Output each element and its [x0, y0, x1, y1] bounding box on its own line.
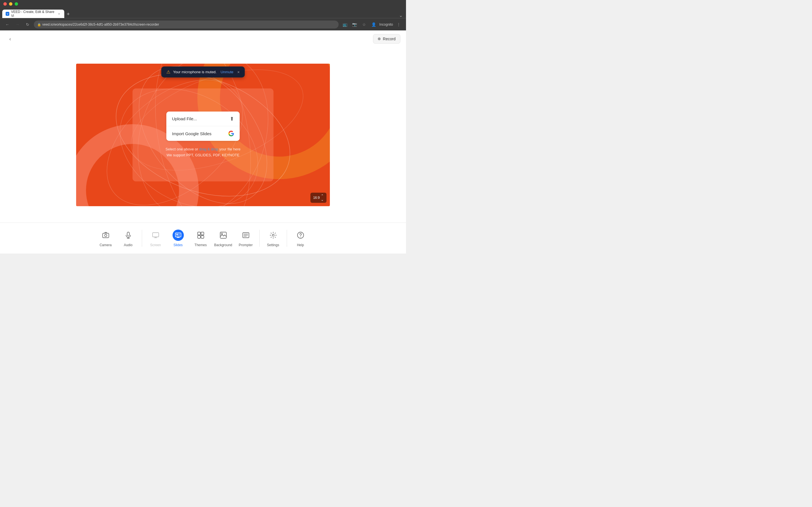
profile-icon[interactable]: 👤: [370, 20, 377, 29]
forward-nav-button[interactable]: →: [13, 20, 21, 29]
toolbar-item-background[interactable]: Background: [212, 226, 235, 251]
audio-label: Audio: [124, 243, 133, 247]
address-bar[interactable]: 🔒 veed.io/workspaces/22ce6d2f-38c5-4df1-…: [34, 20, 339, 29]
browser-tab-bar: V VEED - Create, Edit & Share Vi × + ⌄: [0, 8, 406, 18]
svg-rect-22: [198, 232, 200, 235]
record-dot-icon: [378, 38, 380, 40]
microphone-toast: ⚠ Your microphone is muted. Unmute ×: [161, 66, 245, 77]
settings-label: Settings: [267, 243, 279, 247]
hint-prefix: Select one above or: [165, 147, 199, 151]
incognito-badge: Incognito: [379, 22, 393, 26]
toolbar-divider-2: [259, 230, 260, 247]
background-label: Background: [214, 243, 232, 247]
upload-card: Upload File... ⬆ Import Google Slides: [133, 89, 273, 181]
lock-icon: 🔒: [37, 23, 41, 26]
upload-hint: Select one above or drag & drop your fil…: [165, 147, 241, 158]
browser-tab[interactable]: V VEED - Create, Edit & Share Vi ×: [2, 10, 64, 18]
svg-rect-9: [103, 233, 109, 238]
prompter-label: Prompter: [239, 243, 253, 247]
drag-drop-link[interactable]: drag & drop: [199, 147, 218, 151]
camera-label: Camera: [100, 243, 112, 247]
back-nav-button[interactable]: ←: [3, 20, 11, 29]
record-button-label: Record: [383, 37, 396, 41]
prompter-icon: [240, 230, 252, 241]
screen-icon: [150, 230, 161, 241]
canvas-area: Upload File... ⬆ Import Google Slides: [0, 47, 406, 223]
svg-rect-26: [220, 232, 226, 238]
new-tab-button[interactable]: +: [64, 10, 72, 18]
svg-rect-23: [201, 232, 204, 235]
svg-rect-25: [201, 235, 204, 238]
toolbar-item-prompter[interactable]: Prompter: [235, 226, 257, 251]
browser-chrome: V VEED - Create, Edit & Share Vi × + ⌄ ←…: [0, 0, 406, 31]
upload-options: Upload File... ⬆ Import Google Slides: [166, 112, 240, 141]
google-slides-label: Import Google Slides: [172, 131, 211, 136]
toolbar-item-themes[interactable]: Themes: [190, 226, 212, 251]
aspect-ratio-chevron: ⌃⌄: [321, 194, 324, 202]
upload-icon: ⬆: [230, 116, 234, 122]
slides-canvas: Upload File... ⬆ Import Google Slides: [76, 64, 330, 206]
upload-file-label: Upload File...: [172, 116, 197, 121]
browser-toolbar-actions: 📺 📷 ☆ 👤 Incognito ⋮: [341, 20, 403, 29]
browser-titlebar: [0, 0, 406, 8]
tab-favicon: V: [6, 12, 9, 16]
toolbar-item-slides[interactable]: Slides: [167, 226, 190, 251]
hint-suffix: your file here: [218, 147, 241, 151]
toolbar-item-screen[interactable]: Screen: [144, 226, 167, 251]
more-options-button[interactable]: ⋮: [395, 20, 403, 29]
bottom-toolbar: Camera Audio: [0, 223, 406, 253]
themes-label: Themes: [195, 243, 207, 247]
toolbar-group-left: Camera Audio: [94, 226, 140, 251]
toolbar-item-settings[interactable]: Settings: [262, 226, 285, 251]
slides-label: Slides: [173, 243, 183, 247]
back-button[interactable]: ‹: [6, 34, 15, 43]
formats-hint: We support PPT, GSLIDES, PDF, KEYNOTE: [165, 152, 241, 158]
google-icon: [229, 131, 234, 136]
maximize-window-button[interactable]: [15, 2, 18, 6]
toolbar-divider-1: [142, 230, 142, 247]
camera-icon: [100, 230, 111, 241]
toast-close-button[interactable]: ×: [238, 70, 240, 74]
help-icon: [295, 230, 306, 241]
url-text: veed.io/workspaces/22ce6d2f-38c5-4df1-a8…: [42, 22, 159, 26]
bookmark-icon[interactable]: ☆: [360, 20, 368, 29]
tab-close-button[interactable]: ×: [57, 12, 61, 16]
background-icon: [218, 230, 229, 241]
page-content: ‹ Record: [0, 31, 406, 253]
close-window-button[interactable]: [3, 2, 7, 6]
svg-rect-11: [127, 232, 130, 236]
slides-icon: [172, 230, 184, 241]
upload-file-button[interactable]: Upload File... ⬆: [166, 112, 240, 126]
screen-label: Screen: [150, 243, 161, 247]
incognito-label: Incognito: [379, 22, 393, 26]
svg-point-32: [272, 234, 274, 236]
cast-icon[interactable]: 📺: [341, 20, 349, 29]
unmute-button[interactable]: Unmute: [220, 70, 234, 74]
google-slides-button[interactable]: Import Google Slides: [166, 126, 240, 141]
tab-title: VEED - Create, Edit & Share Vi: [11, 10, 56, 18]
toolbar-item-help[interactable]: Help: [289, 226, 312, 251]
mic-icon: [123, 230, 134, 241]
refresh-button[interactable]: ↻: [24, 20, 32, 29]
toolbar-item-audio[interactable]: Audio: [117, 226, 140, 251]
svg-rect-24: [198, 235, 200, 238]
svg-rect-21: [176, 234, 178, 235]
minimize-window-button[interactable]: [9, 2, 12, 6]
page-header: ‹ Record: [0, 31, 406, 47]
tab-overflow-button[interactable]: ⌄: [399, 13, 404, 18]
warning-icon: ⚠: [166, 69, 170, 75]
toast-message: Your microphone is muted.: [173, 70, 216, 74]
themes-icon: [195, 230, 206, 241]
svg-point-34: [300, 237, 301, 237]
aspect-ratio-value: 16:9: [313, 196, 320, 200]
record-button[interactable]: Record: [373, 34, 400, 44]
camera-browser-icon[interactable]: 📷: [350, 20, 358, 29]
svg-point-10: [105, 234, 107, 237]
browser-toolbar: ← → ↻ 🔒 veed.io/workspaces/22ce6d2f-38c5…: [0, 18, 406, 31]
svg-point-27: [221, 233, 222, 234]
svg-rect-14: [153, 233, 159, 237]
settings-icon: [267, 230, 279, 241]
help-label: Help: [297, 243, 304, 247]
aspect-ratio-badge[interactable]: 16:9 ⌃⌄: [310, 193, 326, 203]
toolbar-item-camera[interactable]: Camera: [94, 226, 117, 251]
